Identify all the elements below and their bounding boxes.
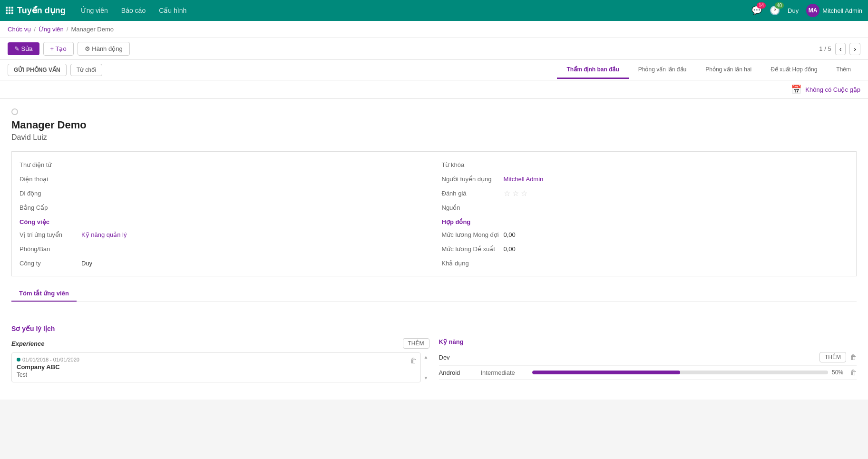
- form-row-position: Vị trí ứng tuyển Kỹ năng quản lý: [12, 227, 434, 242]
- skill-percent-android: 50%: [832, 369, 846, 376]
- scrollbar-up-arrow[interactable]: ▲: [424, 354, 429, 360]
- menu-item-reports[interactable]: Báo cáo: [116, 4, 151, 17]
- skills-title: Kỹ năng: [439, 338, 464, 345]
- send-interview-button[interactable]: GỬI PHỎNG VẤN: [8, 64, 67, 76]
- rating-stars[interactable]: ☆ ☆ ☆: [504, 189, 527, 198]
- record-status-dot[interactable]: [11, 108, 18, 115]
- admin-name: Mitchell Admin: [822, 7, 862, 14]
- form-row-source: Nguồn: [434, 200, 857, 215]
- value-expected-salary[interactable]: 0,00: [504, 231, 849, 238]
- breadcrumb: Chức vụ / Ứng viên / Manager Demo: [0, 21, 868, 38]
- star-1[interactable]: ☆: [504, 189, 510, 198]
- action-button[interactable]: ⚙ Hành động: [78, 42, 130, 56]
- label-expected-salary: Mức lương Mong đợi: [442, 231, 504, 238]
- tabs-section: Tóm tắt ứng viên: [11, 286, 857, 317]
- exp-date-text-0: 01/01/2018 - 01/01/2020: [22, 357, 79, 362]
- stage-second-interview[interactable]: Phỏng vấn lần hai: [696, 61, 761, 79]
- next-button[interactable]: ›: [849, 43, 860, 55]
- record-subtitle: David Luiz: [11, 133, 857, 142]
- exp-desc-0: Test: [17, 371, 416, 378]
- label-position: Vị trí ứng tuyển: [20, 231, 81, 238]
- form-row-company: Công ty Duy: [12, 256, 434, 270]
- stage-first-interview[interactable]: Phỏng vấn lần đầu: [629, 61, 696, 79]
- label-keywords: Từ khóa: [442, 161, 504, 168]
- label-mobile: Di động: [20, 190, 81, 197]
- skill-level-android: Intermediate: [481, 369, 528, 376]
- exp-delete-0[interactable]: 🗑: [410, 357, 417, 364]
- sep2: /: [67, 26, 68, 33]
- meeting-link[interactable]: Không có Cuộc gặp: [805, 86, 860, 93]
- calendar-icon: 📅: [791, 84, 801, 95]
- sep1: /: [34, 26, 36, 33]
- breadcrumb-chucvu[interactable]: Chức vụ: [8, 26, 31, 33]
- skill-delete-android[interactable]: 🗑: [850, 369, 857, 376]
- label-proposed-salary: Mức lương Đề xuất: [442, 245, 504, 253]
- label-availability: Khả dụng: [442, 260, 504, 267]
- prev-button[interactable]: ‹: [835, 43, 846, 55]
- stages: Thẩm định ban đầu Phỏng vấn lần đầu Phỏn…: [557, 61, 860, 79]
- experience-section: Experience THÊM 01/01/2018 - 01/01/2020 …: [11, 338, 429, 382]
- scrollbar-down-arrow[interactable]: ▼: [424, 375, 429, 381]
- stage-initial[interactable]: Thẩm định ban đầu: [557, 61, 628, 79]
- breadcrumb-current: Manager Demo: [71, 26, 114, 33]
- value-proposed-salary[interactable]: 0,00: [504, 245, 849, 253]
- stage-actions: GỬI PHỎNG VẤN Từ chối: [8, 60, 102, 80]
- label-phone: Điện thoại: [20, 176, 81, 183]
- cv-layout: Experience THÊM 01/01/2018 - 01/01/2020 …: [11, 338, 857, 382]
- form-row-phone: Điện thoại: [12, 172, 434, 186]
- exp-dot-0: [17, 358, 20, 361]
- skill-item-android: Android Intermediate 50% 🗑: [439, 366, 857, 380]
- add-skill-button[interactable]: THÊM: [819, 352, 846, 362]
- breadcrumb-ungvien[interactable]: Ứng viên: [39, 26, 64, 33]
- form-left: Thư điện tử Điện thoại Di động Bằng Cấp …: [12, 152, 434, 276]
- exp-list-container: 01/01/2018 - 01/01/2020 Company ABC Test…: [11, 352, 429, 382]
- skill-item-dev: Dev THÊM 🗑: [439, 349, 857, 366]
- skills-section: Kỹ năng Dev THÊM 🗑 Android Intermediate: [439, 338, 857, 380]
- value-company[interactable]: Duy: [81, 260, 426, 267]
- exp-date-0: 01/01/2018 - 01/01/2020: [17, 357, 416, 362]
- form-right: Từ khóa Người tuyển dụng Mitchell Admin …: [434, 152, 857, 276]
- label-company: Công ty: [20, 260, 81, 267]
- activity-notifications[interactable]: 🕐 40: [770, 5, 780, 16]
- skill-progress-fill-android: [532, 371, 680, 374]
- label-degree: Bằng Cấp: [20, 204, 81, 211]
- value-recruiter[interactable]: Mitchell Admin: [504, 176, 849, 183]
- edit-button[interactable]: ✎ Sửa: [8, 42, 39, 55]
- star-3[interactable]: ☆: [521, 189, 527, 198]
- refuse-button[interactable]: Từ chối: [70, 64, 102, 76]
- chat-badge: 14: [757, 2, 766, 9]
- form-row-recruiter: Người tuyển dụng Mitchell Admin: [434, 172, 857, 186]
- job-section-label: Công việc: [12, 215, 434, 227]
- form-row-mobile: Di động: [12, 186, 434, 200]
- menu-item-config[interactable]: Cấu hình: [153, 4, 192, 17]
- form-row-availability: Khả dụng: [434, 256, 857, 270]
- chat-notifications[interactable]: 💬 14: [751, 5, 762, 16]
- form-row-department: Phòng/Ban: [12, 242, 434, 256]
- skill-name-dev: Dev: [439, 354, 477, 361]
- stage-more[interactable]: Thêm: [827, 61, 860, 79]
- value-position[interactable]: Kỹ năng quản lý: [81, 231, 426, 238]
- label-email: Thư điện tử: [20, 161, 81, 168]
- cv-section-title: Sơ yếu lý lịch: [11, 325, 857, 332]
- admin-user[interactable]: MA Mitchell Admin: [806, 4, 862, 17]
- exp-item-0: 01/01/2018 - 01/01/2020 Company ABC Test…: [12, 353, 420, 382]
- label-recruiter: Người tuyển dụng: [442, 176, 504, 183]
- brand-title: Tuyển dụng: [17, 5, 66, 16]
- topnav-right: 💬 14 🕐 40 Duy MA Mitchell Admin: [751, 4, 862, 17]
- exp-company-0: Company ABC: [17, 363, 416, 371]
- star-2[interactable]: ☆: [512, 189, 519, 198]
- add-experience-button[interactable]: THÊM: [403, 338, 429, 349]
- toolbar: ✎ Sửa + Tạo ⚙ Hành động 1 / 5 ‹ ›: [0, 38, 868, 60]
- contract-section-label: Hợp đồng: [434, 215, 857, 227]
- brand[interactable]: Tuyển dụng: [6, 5, 66, 16]
- form-row-rating: Đánh giá ☆ ☆ ☆: [434, 186, 857, 200]
- menu-item-applicants[interactable]: Ứng viên: [75, 4, 114, 17]
- main-content: Manager Demo David Luiz Thư điện tử Điện…: [0, 99, 868, 400]
- skill-header: Kỹ năng: [439, 338, 857, 345]
- stage-contract-proposal[interactable]: Đề xuất Hợp đồng: [761, 61, 827, 79]
- user-name: Duy: [788, 7, 799, 14]
- stagebar: GỬI PHỎNG VẤN Từ chối Thẩm định ban đầu …: [0, 60, 868, 80]
- create-button[interactable]: + Tạo: [43, 42, 74, 56]
- tab-summary[interactable]: Tóm tắt ứng viên: [11, 286, 77, 302]
- skill-delete-dev[interactable]: 🗑: [850, 353, 857, 361]
